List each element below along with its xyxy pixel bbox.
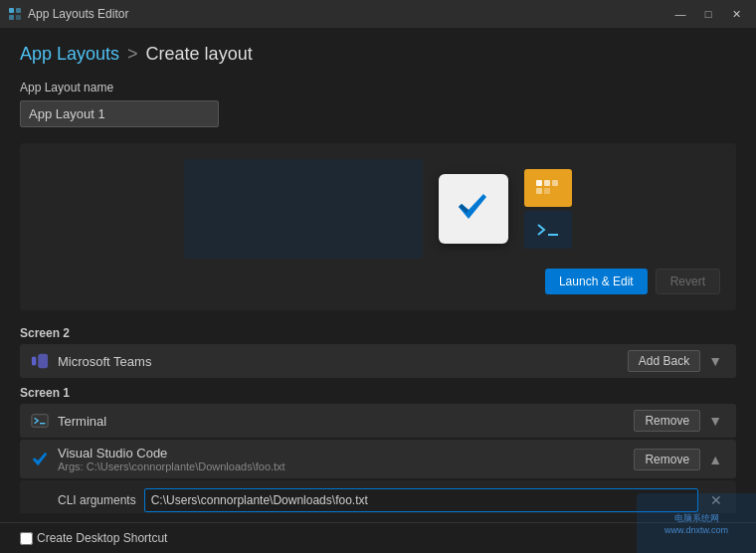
create-shortcut-label[interactable]: Create Desktop Shortcut xyxy=(20,531,167,545)
main-scroll[interactable]: App Layouts > Create layout App Layout n… xyxy=(0,28,756,513)
vscode-actions: Remove ▲ xyxy=(634,449,726,470)
create-shortcut-checkbox[interactable] xyxy=(20,532,33,545)
list-item: Microsoft Teams Add Back ▼ xyxy=(20,344,736,378)
svg-rect-11 xyxy=(38,354,48,368)
terminal-actions: Remove ▼ xyxy=(634,410,726,432)
svg-rect-3 xyxy=(16,15,21,20)
cli-input[interactable] xyxy=(144,488,698,512)
layout-name-input[interactable] xyxy=(20,100,219,127)
svg-rect-4 xyxy=(536,180,542,186)
title-bar-controls: — □ ✕ xyxy=(668,4,748,24)
svg-rect-10 xyxy=(32,357,37,366)
vscode-preview-card xyxy=(439,174,508,244)
vscode-app-name: Visual Studio Code xyxy=(58,446,626,461)
screen2-label: Screen 2 xyxy=(20,326,736,340)
svg-rect-7 xyxy=(536,188,542,194)
list-item: Visual Studio Code Args: C:\Users\connor… xyxy=(20,440,736,478)
svg-rect-12 xyxy=(32,415,48,428)
teams-actions: Add Back ▼ xyxy=(628,350,726,372)
svg-rect-2 xyxy=(9,15,14,20)
vscode-remove-button[interactable]: Remove xyxy=(634,449,700,470)
launch-edit-button[interactable]: Launch & Edit xyxy=(545,269,648,294)
vscode-expanded-row: CLI arguments ✕ Launch as Admin Maximize… xyxy=(20,480,736,513)
add-back-button[interactable]: Add Back xyxy=(628,350,700,372)
screen-left-preview xyxy=(184,159,423,259)
cli-label: CLI arguments xyxy=(58,493,136,507)
terminal-chevron-icon[interactable]: ▼ xyxy=(704,411,726,431)
breadcrumb: App Layouts > Create layout xyxy=(20,44,736,65)
teams-chevron-icon[interactable]: ▼ xyxy=(704,351,726,371)
title-bar-left: App Layouts Editor xyxy=(8,7,128,21)
window-title: App Layouts Editor xyxy=(28,7,128,21)
screen1-label: Screen 1 xyxy=(20,386,736,400)
screen-preview xyxy=(36,159,720,259)
breadcrumb-current: Create layout xyxy=(146,44,253,65)
layout-name-label: App Layout name xyxy=(20,81,736,94)
teams-app-name: Microsoft Teams xyxy=(58,354,620,369)
tile-top xyxy=(524,169,572,207)
minimize-button[interactable]: — xyxy=(668,4,692,24)
teams-tile-icon xyxy=(534,178,562,198)
create-shortcut-text: Create Desktop Shortcut xyxy=(37,531,167,545)
cli-clear-button[interactable]: ✕ xyxy=(706,490,726,510)
terminal-tile-icon xyxy=(534,221,562,239)
close-button[interactable]: ✕ xyxy=(724,4,748,24)
svg-rect-0 xyxy=(9,8,14,13)
vscode-list-icon xyxy=(30,450,50,469)
breadcrumb-separator: > xyxy=(127,44,138,65)
preview-actions: Launch & Edit Revert xyxy=(36,269,720,294)
terminal-remove-button[interactable]: Remove xyxy=(634,410,700,432)
bottom-bar: Create Desktop Shortcut xyxy=(0,522,756,553)
maximize-button[interactable]: □ xyxy=(696,4,720,24)
revert-button[interactable]: Revert xyxy=(656,269,720,294)
vscode-chevron-icon[interactable]: ▲ xyxy=(704,450,726,469)
svg-rect-1 xyxy=(16,8,21,13)
list-item: Terminal Remove ▼ xyxy=(20,404,736,438)
terminal-icon xyxy=(30,411,50,431)
app-icon xyxy=(8,7,22,21)
svg-rect-8 xyxy=(544,188,550,194)
title-bar: App Layouts Editor — □ ✕ xyxy=(0,0,756,28)
cli-row: CLI arguments ✕ xyxy=(58,488,726,512)
right-tiles xyxy=(524,169,572,249)
breadcrumb-parent[interactable]: App Layouts xyxy=(20,44,119,65)
terminal-app-name: Terminal xyxy=(58,414,626,429)
tile-bottom xyxy=(524,211,572,249)
teams-icon xyxy=(30,351,50,371)
svg-rect-5 xyxy=(544,180,550,186)
vscode-app-sub: Args: C:\Users\connorplante\Downloads\fo… xyxy=(58,461,626,472)
svg-rect-6 xyxy=(552,180,558,186)
preview-area: Launch & Edit Revert xyxy=(20,143,736,310)
vscode-preview-icon xyxy=(454,189,493,229)
